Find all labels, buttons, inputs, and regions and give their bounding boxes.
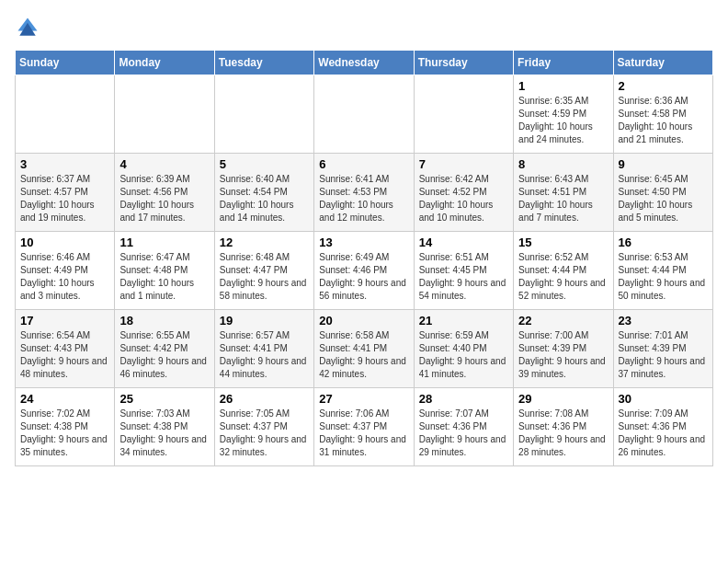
day-info: Sunrise: 6:41 AM Sunset: 4:53 PM Dayligh… bbox=[319, 173, 408, 224]
day-number: 7 bbox=[419, 157, 508, 171]
weekday-header: Thursday bbox=[414, 51, 513, 75]
calendar-cell: 7Sunrise: 6:42 AM Sunset: 4:52 PM Daylig… bbox=[414, 154, 513, 232]
day-number: 3 bbox=[20, 157, 109, 171]
day-number: 18 bbox=[119, 314, 209, 327]
day-number: 17 bbox=[20, 314, 109, 327]
logo bbox=[15, 15, 44, 40]
day-info: Sunrise: 6:54 AM Sunset: 4:43 PM Dayligh… bbox=[20, 329, 109, 381]
calendar-week-row: 1Sunrise: 6:35 AM Sunset: 4:59 PM Daylig… bbox=[16, 75, 713, 154]
day-info: Sunrise: 7:05 AM Sunset: 4:37 PM Dayligh… bbox=[220, 408, 309, 459]
calendar-cell: 10Sunrise: 6:46 AM Sunset: 4:49 PM Dayli… bbox=[16, 232, 115, 310]
day-number: 29 bbox=[518, 392, 608, 406]
day-info: Sunrise: 7:02 AM Sunset: 4:38 PM Dayligh… bbox=[20, 408, 109, 459]
logo-icon bbox=[15, 15, 40, 40]
weekday-header: Sunday bbox=[16, 51, 115, 75]
weekday-header: Tuesday bbox=[214, 51, 313, 75]
calendar-cell: 26Sunrise: 7:05 AM Sunset: 4:37 PM Dayli… bbox=[214, 388, 313, 466]
calendar-cell: 8Sunrise: 6:43 AM Sunset: 4:51 PM Daylig… bbox=[514, 154, 613, 232]
weekday-header: Saturday bbox=[613, 51, 712, 75]
calendar-cell: 14Sunrise: 6:51 AM Sunset: 4:45 PM Dayli… bbox=[414, 232, 513, 310]
day-info: Sunrise: 6:42 AM Sunset: 4:52 PM Dayligh… bbox=[419, 173, 508, 224]
calendar-cell bbox=[414, 75, 513, 154]
calendar-cell: 13Sunrise: 6:49 AM Sunset: 4:46 PM Dayli… bbox=[314, 232, 414, 310]
day-info: Sunrise: 7:03 AM Sunset: 4:38 PM Dayligh… bbox=[119, 408, 209, 459]
day-number: 30 bbox=[619, 392, 708, 406]
page-header bbox=[15, 15, 713, 40]
day-number: 24 bbox=[20, 392, 109, 406]
calendar-cell: 23Sunrise: 7:01 AM Sunset: 4:39 PM Dayli… bbox=[613, 310, 712, 388]
day-number: 15 bbox=[518, 236, 608, 249]
day-number: 28 bbox=[419, 392, 508, 406]
calendar-cell: 22Sunrise: 7:00 AM Sunset: 4:39 PM Dayli… bbox=[514, 310, 613, 388]
day-info: Sunrise: 6:36 AM Sunset: 4:58 PM Dayligh… bbox=[619, 95, 708, 146]
calendar-cell: 11Sunrise: 6:47 AM Sunset: 4:48 PM Dayli… bbox=[115, 232, 214, 310]
day-number: 26 bbox=[220, 392, 309, 406]
day-number: 14 bbox=[419, 236, 508, 249]
day-number: 23 bbox=[619, 314, 708, 327]
day-number: 19 bbox=[220, 314, 309, 327]
calendar-header: SundayMondayTuesdayWednesdayThursdayFrid… bbox=[16, 51, 713, 75]
day-info: Sunrise: 6:47 AM Sunset: 4:48 PM Dayligh… bbox=[119, 251, 209, 303]
day-number: 25 bbox=[119, 392, 209, 406]
weekday-header: Wednesday bbox=[314, 51, 414, 75]
calendar-cell: 2Sunrise: 6:36 AM Sunset: 4:58 PM Daylig… bbox=[613, 75, 712, 154]
day-info: Sunrise: 7:07 AM Sunset: 4:36 PM Dayligh… bbox=[419, 408, 508, 459]
day-info: Sunrise: 6:46 AM Sunset: 4:49 PM Dayligh… bbox=[20, 251, 109, 303]
day-info: Sunrise: 7:09 AM Sunset: 4:36 PM Dayligh… bbox=[619, 408, 708, 459]
calendar-cell: 1Sunrise: 6:35 AM Sunset: 4:59 PM Daylig… bbox=[514, 75, 613, 154]
calendar-cell bbox=[16, 75, 115, 154]
calendar-cell: 20Sunrise: 6:58 AM Sunset: 4:41 PM Dayli… bbox=[314, 310, 414, 388]
day-number: 1 bbox=[518, 79, 608, 93]
calendar-cell: 15Sunrise: 6:52 AM Sunset: 4:44 PM Dayli… bbox=[514, 232, 613, 310]
calendar-cell: 18Sunrise: 6:55 AM Sunset: 4:42 PM Dayli… bbox=[115, 310, 214, 388]
calendar-cell bbox=[115, 75, 214, 154]
calendar-cell: 24Sunrise: 7:02 AM Sunset: 4:38 PM Dayli… bbox=[16, 388, 115, 466]
day-info: Sunrise: 6:37 AM Sunset: 4:57 PM Dayligh… bbox=[20, 173, 109, 224]
calendar-week-row: 10Sunrise: 6:46 AM Sunset: 4:49 PM Dayli… bbox=[16, 232, 713, 310]
day-number: 5 bbox=[220, 157, 309, 171]
day-info: Sunrise: 6:40 AM Sunset: 4:54 PM Dayligh… bbox=[220, 173, 309, 224]
weekday-header: Monday bbox=[115, 51, 214, 75]
day-number: 21 bbox=[419, 314, 508, 327]
calendar-cell: 3Sunrise: 6:37 AM Sunset: 4:57 PM Daylig… bbox=[16, 154, 115, 232]
day-number: 20 bbox=[319, 314, 408, 327]
day-number: 11 bbox=[119, 236, 209, 249]
day-info: Sunrise: 6:58 AM Sunset: 4:41 PM Dayligh… bbox=[319, 329, 408, 381]
day-number: 4 bbox=[119, 157, 209, 171]
calendar-cell: 12Sunrise: 6:48 AM Sunset: 4:47 PM Dayli… bbox=[214, 232, 313, 310]
day-info: Sunrise: 6:35 AM Sunset: 4:59 PM Dayligh… bbox=[518, 95, 608, 146]
day-info: Sunrise: 6:45 AM Sunset: 4:50 PM Dayligh… bbox=[619, 173, 708, 224]
day-number: 22 bbox=[518, 314, 608, 327]
calendar-cell: 5Sunrise: 6:40 AM Sunset: 4:54 PM Daylig… bbox=[214, 154, 313, 232]
day-info: Sunrise: 6:55 AM Sunset: 4:42 PM Dayligh… bbox=[119, 329, 209, 381]
calendar-cell bbox=[214, 75, 313, 154]
calendar-cell: 4Sunrise: 6:39 AM Sunset: 4:56 PM Daylig… bbox=[115, 154, 214, 232]
day-info: Sunrise: 7:00 AM Sunset: 4:39 PM Dayligh… bbox=[518, 329, 608, 381]
calendar-cell: 17Sunrise: 6:54 AM Sunset: 4:43 PM Dayli… bbox=[16, 310, 115, 388]
day-info: Sunrise: 7:06 AM Sunset: 4:37 PM Dayligh… bbox=[319, 408, 408, 459]
day-info: Sunrise: 7:01 AM Sunset: 4:39 PM Dayligh… bbox=[619, 329, 708, 381]
calendar-week-row: 24Sunrise: 7:02 AM Sunset: 4:38 PM Dayli… bbox=[16, 388, 713, 466]
day-number: 16 bbox=[619, 236, 708, 249]
calendar-cell bbox=[314, 75, 414, 154]
day-info: Sunrise: 6:43 AM Sunset: 4:51 PM Dayligh… bbox=[518, 173, 608, 224]
calendar-cell: 19Sunrise: 6:57 AM Sunset: 4:41 PM Dayli… bbox=[214, 310, 313, 388]
day-info: Sunrise: 6:59 AM Sunset: 4:40 PM Dayligh… bbox=[419, 329, 508, 381]
calendar-cell: 28Sunrise: 7:07 AM Sunset: 4:36 PM Dayli… bbox=[414, 388, 513, 466]
day-info: Sunrise: 6:53 AM Sunset: 4:44 PM Dayligh… bbox=[619, 251, 708, 303]
calendar-cell: 29Sunrise: 7:08 AM Sunset: 4:36 PM Dayli… bbox=[514, 388, 613, 466]
day-info: Sunrise: 6:49 AM Sunset: 4:46 PM Dayligh… bbox=[319, 251, 408, 303]
day-number: 9 bbox=[619, 157, 708, 171]
calendar-cell: 6Sunrise: 6:41 AM Sunset: 4:53 PM Daylig… bbox=[314, 154, 414, 232]
calendar-cell: 16Sunrise: 6:53 AM Sunset: 4:44 PM Dayli… bbox=[613, 232, 712, 310]
day-number: 8 bbox=[518, 157, 608, 171]
day-info: Sunrise: 6:39 AM Sunset: 4:56 PM Dayligh… bbox=[119, 173, 209, 224]
day-info: Sunrise: 6:52 AM Sunset: 4:44 PM Dayligh… bbox=[518, 251, 608, 303]
calendar-body: 1Sunrise: 6:35 AM Sunset: 4:59 PM Daylig… bbox=[16, 75, 713, 466]
calendar-cell: 25Sunrise: 7:03 AM Sunset: 4:38 PM Dayli… bbox=[115, 388, 214, 466]
weekday-header: Friday bbox=[514, 51, 613, 75]
calendar-cell: 21Sunrise: 6:59 AM Sunset: 4:40 PM Dayli… bbox=[414, 310, 513, 388]
day-info: Sunrise: 7:08 AM Sunset: 4:36 PM Dayligh… bbox=[518, 408, 608, 459]
day-number: 12 bbox=[220, 236, 309, 249]
calendar-table: SundayMondayTuesdayWednesdayThursdayFrid… bbox=[15, 50, 713, 466]
